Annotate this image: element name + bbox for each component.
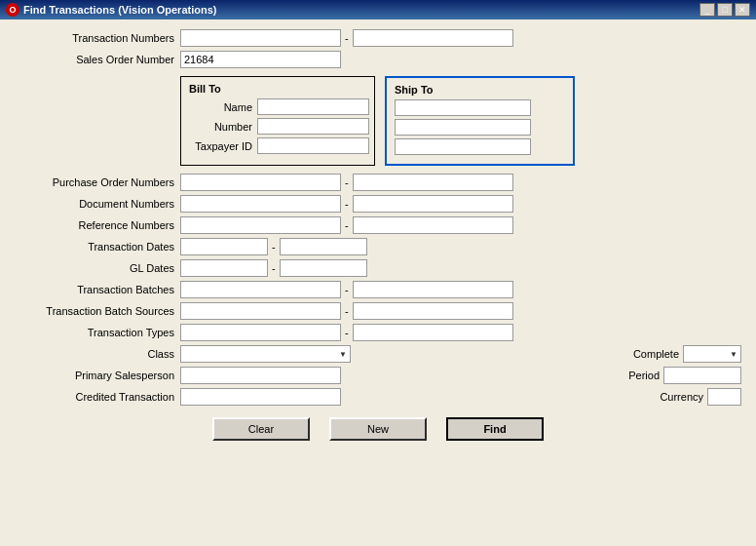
purchase-order-numbers-row: Purchase Order Numbers - <box>15 174 741 191</box>
app-icon: O <box>6 3 19 17</box>
transaction-types-to[interactable] <box>353 324 513 341</box>
sales-order-number-label: Sales Order Number <box>15 54 180 65</box>
class-dropdown-wrapper[interactable] <box>180 345 351 363</box>
title-bar: O Find Transactions (Vision Operations) … <box>0 0 756 20</box>
transaction-dates-row: Transaction Dates - <box>15 238 741 255</box>
gl-dates-from[interactable] <box>180 259 268 277</box>
transaction-batches-label: Transaction Batches <box>15 284 180 295</box>
purchase-order-from[interactable] <box>180 174 341 191</box>
period-input[interactable] <box>663 367 741 384</box>
transaction-batch-sources-to[interactable] <box>353 302 513 320</box>
reference-numbers-to[interactable] <box>353 216 513 234</box>
transaction-batches-to[interactable] <box>353 281 513 298</box>
transaction-batch-sources-label: Transaction Batch Sources <box>15 305 180 317</box>
period-label: Period <box>628 370 663 381</box>
class-label: Class <box>15 348 180 360</box>
class-dropdown[interactable] <box>180 345 351 363</box>
currency-input[interactable] <box>707 388 741 406</box>
bill-taxpayer-label: Taxpayer ID <box>189 140 257 152</box>
sales-order-number-input[interactable] <box>180 51 341 68</box>
transaction-numbers-label: Transaction Numbers <box>15 32 180 44</box>
credited-transaction-input[interactable] <box>180 388 341 406</box>
transaction-types-row: Transaction Types - <box>15 324 741 341</box>
bill-number-label: Number <box>189 121 257 133</box>
primary-salesperson-label: Primary Salesperson <box>15 370 180 381</box>
ship-taxpayer-row <box>395 138 565 155</box>
sales-order-number-row: Sales Order Number <box>15 51 741 68</box>
salesperson-period-row: Primary Salesperson Period <box>15 367 741 384</box>
bill-taxpayer-input[interactable] <box>257 137 369 154</box>
class-complete-row: Class Complete <box>15 345 741 363</box>
transaction-numbers-from[interactable] <box>180 29 341 47</box>
gl-dates-row: GL Dates - <box>15 259 741 277</box>
ship-to-title: Ship To <box>395 84 565 96</box>
complete-label: Complete <box>633 348 683 360</box>
dash9: - <box>341 327 353 338</box>
transaction-numbers-to[interactable] <box>353 29 513 47</box>
dash8: - <box>341 305 353 317</box>
dash6: - <box>268 262 280 274</box>
reference-numbers-from[interactable] <box>180 216 341 234</box>
transaction-batch-sources-from[interactable] <box>180 302 341 320</box>
dash1: - <box>341 32 353 44</box>
ship-name-input[interactable] <box>395 99 531 116</box>
dash7: - <box>341 284 353 295</box>
purchase-order-numbers-label: Purchase Order Numbers <box>15 176 180 188</box>
minimize-button[interactable]: _ <box>699 3 715 17</box>
transaction-numbers-row: Transaction Numbers - <box>15 29 741 47</box>
purchase-order-to[interactable] <box>353 174 513 191</box>
ship-name-row <box>395 99 565 116</box>
close-button[interactable]: ✕ <box>735 3 750 17</box>
gl-dates-label: GL Dates <box>15 262 180 274</box>
transaction-dates-to[interactable] <box>280 238 367 255</box>
maximize-button[interactable]: □ <box>717 3 733 17</box>
ship-number-row <box>395 119 565 136</box>
dash4: - <box>341 219 353 231</box>
complete-dropdown-wrapper[interactable] <box>683 345 741 363</box>
bottom-buttons: Clear New Find <box>15 417 741 441</box>
dash3: - <box>341 198 353 210</box>
transaction-dates-from[interactable] <box>180 238 268 255</box>
transaction-batches-row: Transaction Batches - <box>15 281 741 298</box>
ship-taxpayer-input[interactable] <box>395 138 531 155</box>
gl-dates-to[interactable] <box>280 259 367 277</box>
document-numbers-row: Document Numbers - <box>15 195 741 213</box>
ship-number-input[interactable] <box>395 119 531 136</box>
transaction-batches-from[interactable] <box>180 281 341 298</box>
bill-taxpayer-row: Taxpayer ID <box>189 137 366 154</box>
bill-number-row: Number <box>189 118 366 135</box>
credited-currency-row: Credited Transaction Currency <box>15 388 741 406</box>
currency-label: Currency <box>660 391 707 403</box>
bill-to-box: Bill To Name Number Taxpayer ID <box>180 76 375 166</box>
main-content: Transaction Numbers - Sales Order Number… <box>0 20 756 546</box>
clear-button[interactable]: Clear <box>212 417 310 441</box>
window-title: Find Transactions (Vision Operations) <box>23 4 216 16</box>
primary-salesperson-input[interactable] <box>180 367 341 384</box>
document-numbers-label: Document Numbers <box>15 198 180 210</box>
bill-to-title: Bill To <box>189 83 366 95</box>
dash5: - <box>268 241 280 253</box>
transaction-types-from[interactable] <box>180 324 341 341</box>
transaction-types-label: Transaction Types <box>15 327 180 338</box>
bill-name-input[interactable] <box>257 98 369 115</box>
complete-dropdown[interactable] <box>683 345 741 363</box>
reference-numbers-row: Reference Numbers - <box>15 216 741 234</box>
reference-numbers-label: Reference Numbers <box>15 219 180 231</box>
bill-name-row: Name <box>189 98 366 115</box>
ship-to-box: Ship To <box>385 76 575 166</box>
find-button[interactable]: Find <box>446 417 544 441</box>
new-button[interactable]: New <box>329 417 427 441</box>
window-controls[interactable]: _ □ ✕ <box>699 3 750 17</box>
bill-ship-section: Bill To Name Number Taxpayer ID Ship To <box>180 76 741 166</box>
credited-transaction-label: Credited Transaction <box>15 391 180 403</box>
transaction-dates-label: Transaction Dates <box>15 241 180 253</box>
bill-name-label: Name <box>189 101 257 113</box>
dash2: - <box>341 176 353 188</box>
document-numbers-to[interactable] <box>353 195 513 213</box>
bill-number-input[interactable] <box>257 118 369 135</box>
transaction-batch-sources-row: Transaction Batch Sources - <box>15 302 741 320</box>
document-numbers-from[interactable] <box>180 195 341 213</box>
